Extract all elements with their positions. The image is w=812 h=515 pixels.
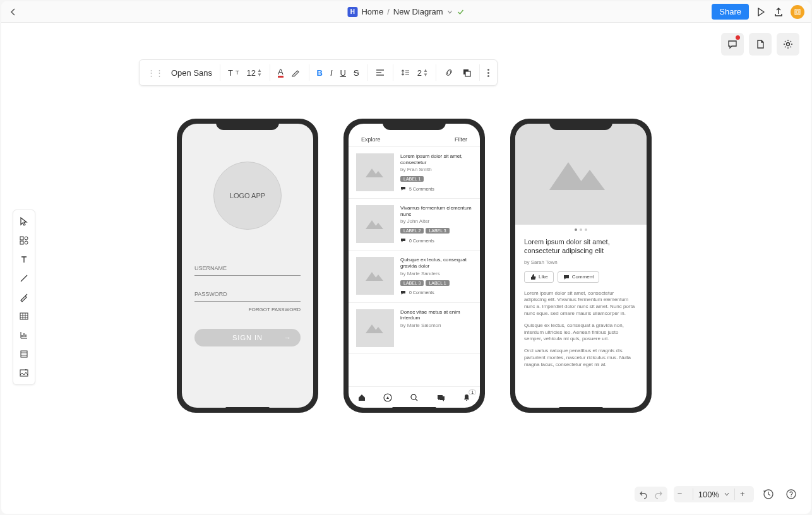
arrow-right-icon: →: [284, 334, 292, 341]
feed-item[interactable]: Donec vitae metus at enim interdum by Ma…: [349, 303, 480, 354]
share-button[interactable]: Share: [712, 4, 749, 20]
chart-tool[interactable]: [15, 326, 33, 344]
font-size-spinner[interactable]: ▲▼: [257, 68, 262, 77]
comments-row[interactable]: 5 Comments: [400, 186, 472, 192]
thumb-image: [356, 153, 394, 191]
more-button[interactable]: [484, 63, 493, 82]
breadcrumb-diagram[interactable]: New Diagram: [393, 7, 443, 16]
user-avatar[interactable]: [791, 5, 804, 19]
article-p3: Orci varius natoque penatibus et magnis …: [524, 348, 638, 368]
comments-button[interactable]: [721, 33, 744, 56]
font-family-select[interactable]: Open Sans: [167, 63, 216, 82]
table-tool[interactable]: [15, 307, 33, 325]
svg-point-14: [791, 496, 791, 497]
text-tool[interactable]: [15, 251, 33, 268]
phone-detail[interactable]: Lorem ipsum dolor sit amet, consectetur …: [510, 119, 652, 413]
help-button[interactable]: [783, 486, 799, 502]
frame-tool[interactable]: [15, 345, 33, 363]
line-height-input[interactable]: 2 ▲▼: [414, 63, 432, 82]
line-height-value: 2: [417, 68, 422, 78]
comment-label: Comment: [572, 274, 594, 280]
strikethrough-button[interactable]: S: [350, 63, 363, 82]
comment-button[interactable]: Comment: [558, 271, 600, 283]
export-icon[interactable]: [773, 6, 784, 18]
line-height-spinner[interactable]: ▲▼: [423, 68, 428, 77]
nav-search-icon[interactable]: [410, 393, 419, 402]
canvas[interactable]: ⋮⋮ Open Sans TT 12 ▲▼ A B I U S 2 ▲▼: [1, 23, 811, 514]
text-color-button[interactable]: A: [274, 63, 287, 82]
toolbar-drag-handle[interactable]: ⋮⋮: [143, 63, 167, 82]
play-icon[interactable]: [755, 6, 767, 18]
hero-image: [515, 124, 647, 225]
nav-bell-icon[interactable]: 1: [462, 393, 471, 402]
layers-button[interactable]: [458, 63, 475, 82]
article-p2: Quisque ex lectus, consequat a gravida n…: [524, 323, 638, 343]
feed-item[interactable]: Lorem ipsum dolor sit amet, consectetur …: [349, 147, 480, 199]
redo-button[interactable]: [654, 489, 664, 499]
link-button[interactable]: [440, 63, 458, 82]
svg-point-8: [25, 241, 28, 244]
line-tool[interactable]: [15, 269, 33, 287]
tab-explore[interactable]: Explore: [361, 136, 381, 143]
pen-tool[interactable]: [15, 288, 33, 306]
comments-row[interactable]: 0 Comments: [400, 237, 472, 244]
highlight-button[interactable]: [287, 63, 305, 82]
tab-filter[interactable]: Filter: [455, 136, 467, 143]
forgot-password-link[interactable]: FORGOT PASSWORD: [194, 307, 301, 312]
username-input[interactable]: [194, 261, 301, 276]
carousel-dots[interactable]: [515, 225, 647, 235]
nav-chat-icon[interactable]: [436, 393, 445, 402]
nav-compass-icon[interactable]: [383, 393, 392, 402]
history-button[interactable]: [760, 486, 777, 502]
app-header: H Home / New Diagram Share: [1, 1, 811, 23]
status-bar: − 100% +: [635, 486, 799, 502]
chevron-down-icon[interactable]: [447, 9, 453, 15]
like-button[interactable]: Like: [524, 271, 554, 283]
back-button[interactable]: [8, 6, 19, 18]
zoom-out-button[interactable]: −: [678, 489, 688, 499]
cursor-tool[interactable]: [15, 213, 33, 230]
font-size-icon: TT: [224, 63, 242, 82]
align-button[interactable]: [371, 63, 389, 82]
feed-item[interactable]: Vivamus fermentum elementum nunc by John…: [349, 199, 480, 251]
zoom-level[interactable]: 100%: [698, 490, 719, 499]
svg-point-6: [25, 237, 28, 240]
phone-feed[interactable]: Explore Filter Lorem ipsum dolor sit ame…: [343, 119, 485, 413]
undo-button[interactable]: [638, 489, 648, 499]
breadcrumb-home[interactable]: Home: [361, 7, 383, 16]
canvas-action-bar: [721, 33, 799, 56]
sync-check-icon: [457, 8, 465, 16]
svg-rect-7: [20, 241, 23, 244]
bold-button[interactable]: B: [313, 63, 326, 82]
breadcrumb-sep: /: [387, 7, 390, 16]
signin-button[interactable]: SIGN IN →: [194, 329, 301, 346]
italic-button[interactable]: I: [326, 63, 337, 82]
svg-rect-1: [796, 11, 799, 13]
image-tool[interactable]: [15, 364, 33, 382]
signin-label: SIGN IN: [232, 334, 263, 341]
feed-item-title: Donec vitae metus at enim interdum: [400, 309, 472, 321]
feed-item-title: Quisque ex lectus, consequat gravida dol…: [400, 257, 472, 269]
underline-button[interactable]: U: [337, 63, 350, 82]
shapes-tool[interactable]: [15, 232, 33, 249]
breadcrumb: H Home / New Diagram: [347, 7, 464, 17]
settings-button[interactable]: [777, 33, 799, 56]
zoom-in-button[interactable]: +: [740, 489, 750, 499]
zoom-dropdown-icon[interactable]: [724, 492, 729, 497]
feed-item[interactable]: Quisque ex lectus, consequat gravida dol…: [349, 251, 480, 302]
home-indicator: [225, 407, 270, 409]
svg-rect-5: [20, 237, 23, 240]
nav-home-icon[interactable]: [357, 393, 366, 402]
page-button[interactable]: [749, 33, 772, 56]
label-chip: LABEL 3: [426, 228, 449, 234]
thumb-image: [356, 309, 394, 347]
svg-rect-10: [21, 351, 27, 357]
feed-list: Lorem ipsum dolor sit amet, consectetur …: [349, 147, 480, 386]
feed-item-author: by Fran Smith: [400, 167, 472, 172]
wireframe-phones[interactable]: LOGO APP FORGOT PASSWORD SIGN IN →: [177, 119, 652, 413]
password-input[interactable]: [194, 287, 301, 302]
comments-row[interactable]: 0 Comments: [400, 290, 472, 296]
thumb-image: [356, 257, 394, 295]
phone-login[interactable]: LOGO APP FORGOT PASSWORD SIGN IN →: [177, 119, 318, 413]
font-size-input[interactable]: 12 ▲▼: [243, 63, 266, 82]
